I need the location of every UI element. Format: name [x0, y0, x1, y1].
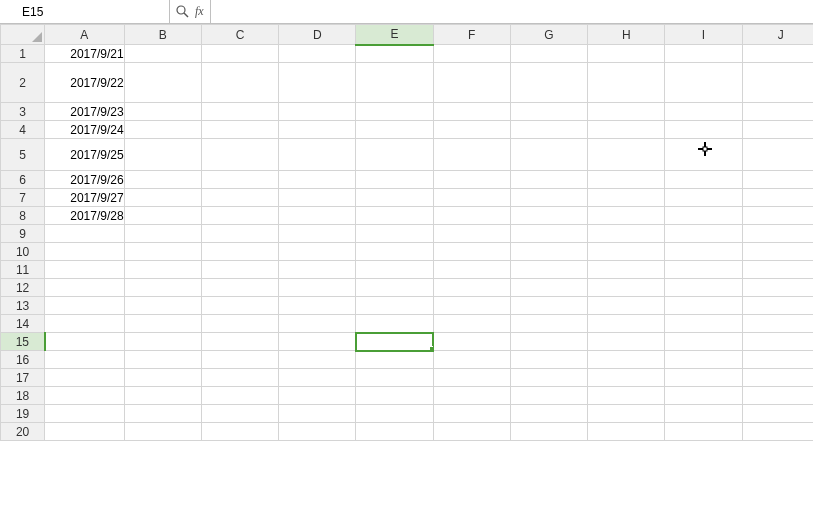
cell-H8[interactable]: [588, 207, 665, 225]
cell-I18[interactable]: [665, 387, 742, 405]
cell-C20[interactable]: [201, 423, 278, 441]
cell-A19[interactable]: [45, 405, 124, 423]
cell-B14[interactable]: [124, 315, 201, 333]
row-header-16[interactable]: 16: [1, 351, 45, 369]
cell-J9[interactable]: [742, 225, 813, 243]
cell-H16[interactable]: [588, 351, 665, 369]
cell-B1[interactable]: [124, 45, 201, 63]
cell-D5[interactable]: [279, 139, 356, 171]
cell-B2[interactable]: [124, 63, 201, 103]
cell-A2[interactable]: 2017/9/22: [45, 63, 124, 103]
cell-D11[interactable]: [279, 261, 356, 279]
cell-B19[interactable]: [124, 405, 201, 423]
cell-C4[interactable]: [201, 121, 278, 139]
cell-H7[interactable]: [588, 189, 665, 207]
cell-E10[interactable]: [356, 243, 433, 261]
cell-G13[interactable]: [510, 297, 587, 315]
cell-C1[interactable]: [201, 45, 278, 63]
cell-E12[interactable]: [356, 279, 433, 297]
cell-F7[interactable]: [433, 189, 510, 207]
cell-G17[interactable]: [510, 369, 587, 387]
cell-C10[interactable]: [201, 243, 278, 261]
cell-H20[interactable]: [588, 423, 665, 441]
cell-H12[interactable]: [588, 279, 665, 297]
cell-A11[interactable]: [45, 261, 124, 279]
cell-B8[interactable]: [124, 207, 201, 225]
cell-J1[interactable]: [742, 45, 813, 63]
cell-F3[interactable]: [433, 103, 510, 121]
cell-E4[interactable]: [356, 121, 433, 139]
cell-F13[interactable]: [433, 297, 510, 315]
col-header-C[interactable]: C: [201, 25, 278, 45]
cell-B5[interactable]: [124, 139, 201, 171]
cell-I14[interactable]: [665, 315, 742, 333]
cell-B13[interactable]: [124, 297, 201, 315]
cell-G4[interactable]: [510, 121, 587, 139]
cell-J10[interactable]: [742, 243, 813, 261]
row-header-6[interactable]: 6: [1, 171, 45, 189]
cell-J20[interactable]: [742, 423, 813, 441]
cell-E6[interactable]: [356, 171, 433, 189]
cell-I1[interactable]: [665, 45, 742, 63]
cell-J2[interactable]: [742, 63, 813, 103]
cell-G10[interactable]: [510, 243, 587, 261]
row-header-4[interactable]: 4: [1, 121, 45, 139]
col-header-H[interactable]: H: [588, 25, 665, 45]
cell-E9[interactable]: [356, 225, 433, 243]
cell-A12[interactable]: [45, 279, 124, 297]
cell-D10[interactable]: [279, 243, 356, 261]
cell-J6[interactable]: [742, 171, 813, 189]
cell-I8[interactable]: [665, 207, 742, 225]
cell-G8[interactable]: [510, 207, 587, 225]
cell-A17[interactable]: [45, 369, 124, 387]
cell-G5[interactable]: [510, 139, 587, 171]
col-header-J[interactable]: J: [742, 25, 813, 45]
cell-E20[interactable]: [356, 423, 433, 441]
row-header-19[interactable]: 19: [1, 405, 45, 423]
row-header-8[interactable]: 8: [1, 207, 45, 225]
cell-I4[interactable]: [665, 121, 742, 139]
cell-F11[interactable]: [433, 261, 510, 279]
cell-B9[interactable]: [124, 225, 201, 243]
cell-H10[interactable]: [588, 243, 665, 261]
cell-H17[interactable]: [588, 369, 665, 387]
cell-C12[interactable]: [201, 279, 278, 297]
cell-G2[interactable]: [510, 63, 587, 103]
cell-C7[interactable]: [201, 189, 278, 207]
cell-J16[interactable]: [742, 351, 813, 369]
cell-B11[interactable]: [124, 261, 201, 279]
cell-D15[interactable]: [279, 333, 356, 351]
cell-C5[interactable]: [201, 139, 278, 171]
cell-I15[interactable]: [665, 333, 742, 351]
cell-D12[interactable]: [279, 279, 356, 297]
cell-C9[interactable]: [201, 225, 278, 243]
cell-H5[interactable]: [588, 139, 665, 171]
cell-B7[interactable]: [124, 189, 201, 207]
cell-H9[interactable]: [588, 225, 665, 243]
cell-F14[interactable]: [433, 315, 510, 333]
cell-D20[interactable]: [279, 423, 356, 441]
cell-D4[interactable]: [279, 121, 356, 139]
cell-I20[interactable]: [665, 423, 742, 441]
cell-I9[interactable]: [665, 225, 742, 243]
cell-J7[interactable]: [742, 189, 813, 207]
cell-D1[interactable]: [279, 45, 356, 63]
cell-G16[interactable]: [510, 351, 587, 369]
cell-F10[interactable]: [433, 243, 510, 261]
cell-J19[interactable]: [742, 405, 813, 423]
cell-C11[interactable]: [201, 261, 278, 279]
cell-F20[interactable]: [433, 423, 510, 441]
cell-H11[interactable]: [588, 261, 665, 279]
cell-I11[interactable]: [665, 261, 742, 279]
col-header-B[interactable]: B: [124, 25, 201, 45]
cell-J12[interactable]: [742, 279, 813, 297]
cell-H19[interactable]: [588, 405, 665, 423]
row-header-10[interactable]: 10: [1, 243, 45, 261]
cell-E7[interactable]: [356, 189, 433, 207]
cell-A15[interactable]: [45, 333, 124, 351]
cell-I16[interactable]: [665, 351, 742, 369]
row-header-5[interactable]: 5: [1, 139, 45, 171]
cell-A13[interactable]: [45, 297, 124, 315]
cell-G11[interactable]: [510, 261, 587, 279]
cell-B6[interactable]: [124, 171, 201, 189]
